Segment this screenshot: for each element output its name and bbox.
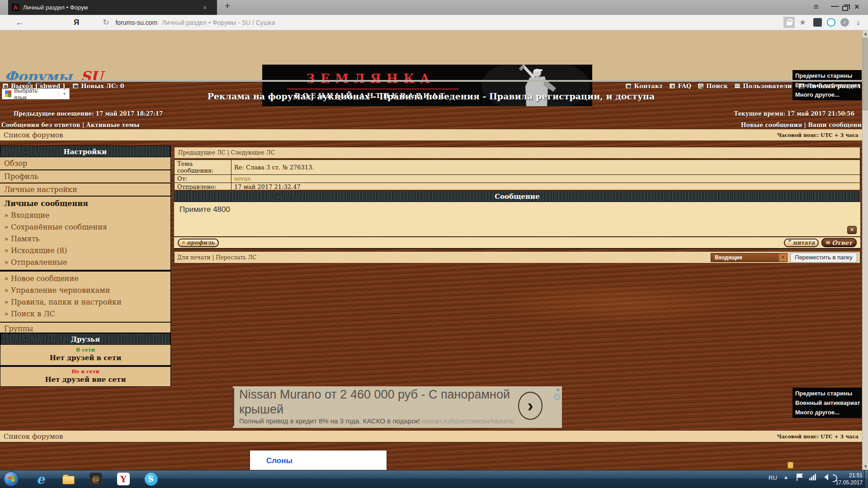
tray-expand-icon[interactable]: ▲ xyxy=(784,475,788,479)
folder-select[interactable]: Входящие ▼ xyxy=(711,253,788,262)
taskbar-yandex-icon[interactable]: Y xyxy=(114,471,132,487)
sidebar-item-prefs[interactable]: Личные настройки xyxy=(0,183,170,197)
next-pm-link[interactable]: Следующее ЛС xyxy=(231,150,275,156)
browser-menu-icon[interactable]: ≡ xyxy=(814,3,819,11)
board-index-link[interactable]: Список форумов xyxy=(4,432,63,441)
nav-link-search[interactable]: Поиск xyxy=(706,83,728,89)
active-topics-link[interactable]: Активные темы xyxy=(86,122,140,128)
table-row: От: sevas xyxy=(175,175,860,183)
sidebar-item-outbox[interactable]: » Исходящие (8) xyxy=(0,245,170,257)
extension-icon[interactable] xyxy=(813,18,822,27)
ad-next-chevron-icon[interactable]: › xyxy=(518,392,542,420)
sidebar-item-sent[interactable]: » Отправленные xyxy=(0,257,170,268)
scroll-down-icon[interactable]: ▼ xyxy=(863,463,868,470)
side-ad-links-bottom[interactable]: Предметы старины Военный антиквариат Мно… xyxy=(793,388,862,418)
window-close-button[interactable]: × xyxy=(854,3,859,11)
print-link[interactable]: Для печати xyxy=(177,254,211,261)
message-actions-row: ☻ профиль ” цитата ✉ Ответ xyxy=(174,237,860,249)
taskbar-ie-icon[interactable]: e xyxy=(32,471,50,487)
window-restore-button[interactable] xyxy=(842,6,848,11)
logout-link[interactable]: Выход [ shwed ] xyxy=(11,83,65,89)
site-logo[interactable]: Форумы SU xyxy=(5,68,103,84)
taskbar-mail-icon[interactable]: @ xyxy=(87,471,105,487)
ad-link[interactable]: Много другое... xyxy=(795,408,859,417)
nav-link-members[interactable]: Пользователи xyxy=(743,83,792,89)
ad-link[interactable]: Военный антиквариат xyxy=(795,398,859,408)
adchoices-info-icon[interactable]: i xyxy=(554,394,560,400)
ad-accent-bar xyxy=(233,388,234,426)
field-label: От: xyxy=(175,175,231,183)
nav-link-ucp[interactable]: Личный раздел xyxy=(807,83,861,89)
profile-button[interactable]: ☻ профиль xyxy=(178,239,219,247)
tray-notification-icon[interactable] xyxy=(788,462,793,469)
sidebar-item-drafts[interactable]: » Управление черновиками xyxy=(0,285,170,296)
quote-button[interactable]: ” цитата xyxy=(784,239,819,247)
url-domain[interactable]: forums-su.com xyxy=(115,19,157,26)
back-icon[interactable]: ← xyxy=(15,18,24,28)
scrollbar-thumb[interactable] xyxy=(863,38,868,110)
sidebar-item-profile[interactable]: Профиль xyxy=(0,170,170,183)
ad-title-line2: крышей xyxy=(239,402,510,417)
ad-link[interactable]: Предметы старины xyxy=(795,71,859,80)
new-messages-link[interactable]: Новые сообщения xyxy=(741,122,802,128)
sidebar-item-rules-folders[interactable]: » Правила, папки и настройки xyxy=(0,296,170,308)
shield-check-icon[interactable]: ✓ xyxy=(840,18,849,27)
bookmark-star-icon[interactable]: ★ xyxy=(799,18,806,27)
quote-button-label: цитата xyxy=(793,239,815,246)
yandex-logo-icon[interactable]: Я xyxy=(74,18,79,27)
sidebar-item-pm-search[interactable]: » Поиск в ЛС xyxy=(0,308,170,320)
sidebar-item-memory[interactable]: » Память xyxy=(0,233,170,245)
faq-icon: ? xyxy=(669,83,675,89)
delete-pm-icon[interactable]: × xyxy=(847,226,857,234)
taskbar-skype-icon[interactable]: S xyxy=(142,471,160,487)
board-index-link[interactable]: Список форумов xyxy=(4,131,63,139)
nav-link-faq[interactable]: FAQ xyxy=(678,83,691,89)
last-visit-text: Предыдущее посещение: 17 май 2017 18:27:… xyxy=(14,111,163,117)
user-panel-icon xyxy=(798,83,805,89)
pm-sender-link[interactable]: sevas xyxy=(231,175,860,183)
nissan-ad[interactable]: Nissan Murano от 2 460 000 руб - С панор… xyxy=(233,386,562,428)
move-to-folder-button[interactable]: Переместить в папку xyxy=(790,253,857,263)
ad-link[interactable]: Предметы старины xyxy=(795,389,859,398)
network-icon[interactable] xyxy=(809,474,816,480)
language-indicator[interactable]: RU xyxy=(769,474,777,481)
unanswered-link[interactable]: Сообщения без ответов xyxy=(1,122,80,128)
your-messages-link[interactable]: Ваши сообщения xyxy=(808,122,866,128)
new-pm-link[interactable]: Новых ЛС: 0 xyxy=(81,83,124,89)
show-desktop-button[interactable] xyxy=(864,470,868,488)
settings-sidebar: Настройки Обзор Профиль Личные настройки… xyxy=(0,145,171,349)
prev-pm-link[interactable]: Предыдущее ЛС xyxy=(178,150,226,156)
scroll-up-icon[interactable]: ▲ xyxy=(863,30,868,37)
browser-tab[interactable]: A Личный раздел • Форум × xyxy=(8,0,217,15)
taskbar-clock[interactable]: 21:51 17.05.2017 xyxy=(831,472,863,486)
friends-title: Друзья xyxy=(0,333,170,345)
sidebar-item-overview[interactable]: Обзор xyxy=(0,157,170,170)
announcement-link[interactable]: Реклама на форумах, аукционах - Правила … xyxy=(0,91,862,101)
sidebar-item-inbox[interactable]: » Входящие xyxy=(0,210,170,221)
start-button[interactable] xyxy=(4,471,19,487)
friends-offline-label: Не в сети xyxy=(0,369,170,375)
taskbar-explorer-icon[interactable] xyxy=(59,472,77,488)
protect-drop-icon[interactable] xyxy=(827,18,835,27)
separator: | xyxy=(804,122,807,128)
quote-button-icon: ” xyxy=(788,241,791,244)
logo-text-red: SU xyxy=(80,68,103,84)
windows-flag-icon xyxy=(8,476,14,482)
download-icon[interactable]: ↓ xyxy=(856,19,860,27)
nav-link-contact[interactable]: Контакт xyxy=(634,83,663,89)
lock-icon[interactable] xyxy=(783,17,795,28)
refresh-icon[interactable]: ↻ xyxy=(103,18,109,27)
reply-button[interactable]: ✉ Ответ xyxy=(821,238,857,247)
forward-link[interactable]: Переслать ЛС xyxy=(216,254,256,261)
sidebar-item-compose[interactable]: » Новое сообщение xyxy=(0,273,170,285)
new-tab-button[interactable]: + xyxy=(225,2,230,10)
ad-close-icon[interactable]: × xyxy=(556,386,560,393)
reply-button-label: Ответ xyxy=(832,239,852,246)
popup-link[interactable]: Слоны xyxy=(266,456,292,465)
members-list-icon xyxy=(734,83,741,89)
url-page-title: Личный раздел • Форумы - SU / Сушка xyxy=(162,19,275,26)
sidebar-item-saved[interactable]: » Сохранённые сообщения xyxy=(0,221,170,233)
window-minimize-button[interactable]: — xyxy=(831,2,839,10)
tab-close-icon[interactable]: × xyxy=(203,4,207,11)
pm-tools-bar: Для печати | Переслать ЛС Входящие ▼ Пер… xyxy=(174,251,860,263)
